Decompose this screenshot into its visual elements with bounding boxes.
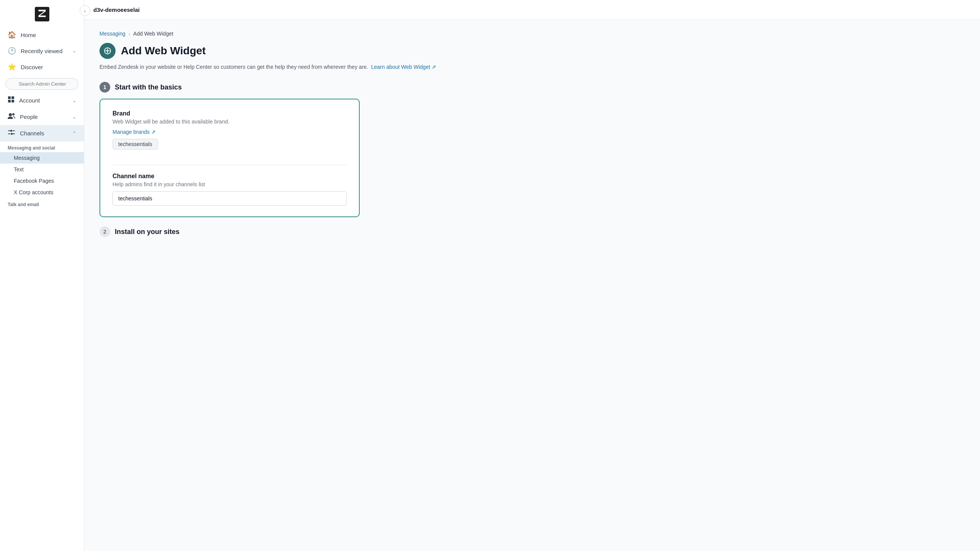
chevron-up-icon: ⌃ [72,131,76,136]
zendesk-logo-icon [35,7,49,21]
channel-name-field: Channel name Help admins find it in your… [113,173,347,206]
brand-tag: techessentials [113,139,158,150]
clock-icon: 🕐 [8,47,16,55]
svg-point-6 [12,113,15,115]
field-divider [113,165,347,165]
svg-rect-0 [35,7,49,21]
step2-header: 2 Install on your sites [99,226,965,237]
sub-nav-item-facebook-pages[interactable]: Facebook Pages [0,175,84,187]
topbar-title: d3v-demoeeselai [93,7,140,13]
messaging-social-section-label: Messaging and social [0,141,84,152]
breadcrumb-separator: › [129,31,130,37]
page-header: Add Web Widget [99,43,965,59]
page-icon [99,43,116,59]
sidebar-item-discover[interactable]: ⭐ Discover [0,59,84,75]
svg-point-7 [10,130,12,132]
sidebar-item-people[interactable]: People ⌄ [0,109,84,125]
account-icon [8,96,15,105]
sidebar-collapse-button[interactable]: ‹ [80,5,90,16]
sidebar-item-recently-viewed[interactable]: 🕐 Recently viewed ⌄ [0,43,84,59]
sidebar-item-discover-label: Discover [21,64,76,70]
breadcrumb-current: Add Web Widget [133,31,173,37]
sidebar-item-home-label: Home [21,32,76,38]
brand-field-label: Brand [113,110,347,117]
svg-rect-3 [8,100,11,102]
page-description: Embed Zendesk in your website or Help Ce… [99,63,965,71]
sidebar-nav: 🏠 Home 🕐 Recently viewed ⌄ ⭐ Discover 🔍 [0,27,84,551]
topbar: d3v-demoeeselai [84,0,980,20]
talk-email-section-label: Talk and email [0,198,84,209]
external-link-icon: ⇗ [432,64,436,70]
channel-name-desc: Help admins find it in your channels lis… [113,181,347,187]
svg-point-5 [9,113,12,116]
step2-number: 2 [99,226,110,237]
home-icon: 🏠 [8,31,16,39]
manage-brands-link[interactable]: Manage brands ⇗ [113,129,156,135]
channel-name-label: Channel name [113,173,347,180]
svg-rect-1 [8,96,11,99]
sidebar-item-channels-label: Channels [20,130,68,137]
learn-more-link[interactable]: Learn about Web Widget ⇗ [371,64,437,70]
sidebar-item-recently-viewed-label: Recently viewed [21,48,68,54]
breadcrumb-parent-link[interactable]: Messaging [99,31,126,37]
sidebar-item-channels[interactable]: Channels ⌃ [0,125,84,141]
step2-title: Install on your sites [115,228,179,236]
svg-rect-2 [11,96,14,99]
people-icon [8,112,15,121]
svg-rect-4 [11,100,14,102]
brand-field-desc: Web Widget will be added to this availab… [113,119,347,125]
chevron-down-icon: ⌄ [72,114,76,120]
manage-brands-external-icon: ⇗ [151,129,156,135]
step1-title: Start with the basics [115,83,182,91]
svg-point-8 [11,133,13,135]
channel-name-input[interactable] [113,191,347,206]
sub-nav-item-text[interactable]: Text [0,164,84,175]
star-icon: ⭐ [8,63,16,71]
logo [0,0,84,27]
breadcrumb: Messaging › Add Web Widget [99,31,965,37]
chevron-down-icon: ⌄ [72,98,76,103]
sub-nav-item-x-corp-accounts[interactable]: X Corp accounts [0,187,84,198]
chevron-down-icon: ⌄ [72,48,76,54]
step1-card: Brand Web Widget will be added to this a… [99,99,360,217]
sidebar-item-account-label: Account [19,97,68,104]
sidebar-item-home[interactable]: 🏠 Home [0,27,84,43]
brand-field: Brand Web Widget will be added to this a… [113,110,347,157]
channels-icon [8,129,15,138]
sidebar-item-account[interactable]: Account ⌄ [0,92,84,109]
channels-sub-nav: Messaging and social Messaging Text Face… [0,141,84,209]
search-container: 🔍 [0,75,84,92]
main-wrap: d3v-demoeeselai Messaging › Add Web Widg… [84,0,980,551]
content-area: Messaging › Add Web Widget Add Web Widge… [84,20,980,551]
sidebar: 🏠 Home 🕐 Recently viewed ⌄ ⭐ Discover 🔍 [0,0,84,551]
search-input[interactable] [5,78,78,90]
page-title: Add Web Widget [121,45,206,57]
step1-header: 1 Start with the basics [99,82,965,93]
step1-number: 1 [99,82,110,93]
sidebar-item-people-label: People [20,114,68,120]
sub-nav-item-messaging[interactable]: Messaging [0,152,84,164]
